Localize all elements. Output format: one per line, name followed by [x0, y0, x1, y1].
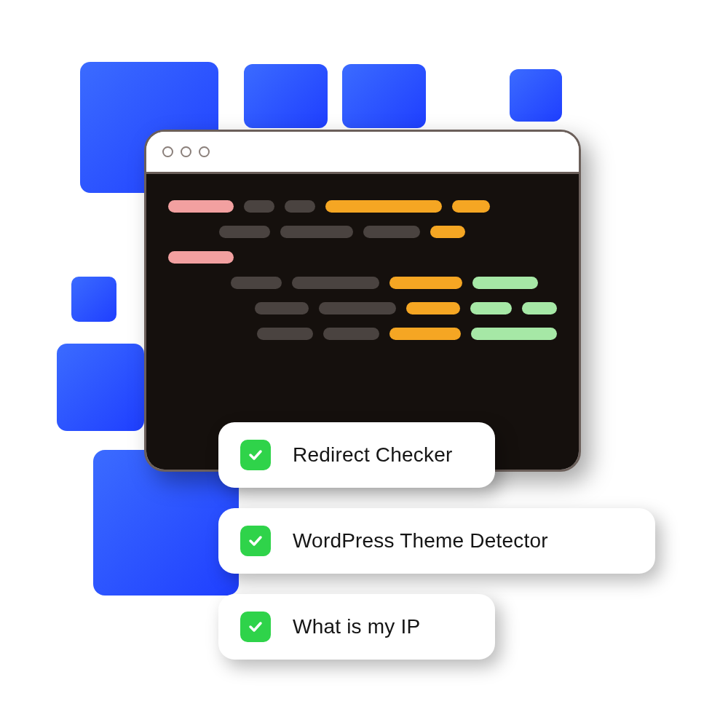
- tool-label: What is my IP: [293, 615, 420, 638]
- tool-chip-what-is-my-ip[interactable]: What is my IP: [218, 594, 495, 660]
- code-line: [168, 302, 557, 314]
- traffic-light-icon: [162, 146, 173, 157]
- code-line: [168, 226, 557, 238]
- decorative-square: [244, 64, 328, 128]
- tool-label: WordPress Theme Detector: [293, 529, 548, 553]
- check-icon: [240, 526, 271, 556]
- check-icon: [240, 612, 271, 642]
- traffic-light-icon: [199, 146, 210, 157]
- decorative-square: [93, 450, 239, 596]
- decorative-square: [57, 344, 144, 431]
- traffic-light-icon: [181, 146, 191, 157]
- tool-chip-wp-theme-detector[interactable]: WordPress Theme Detector: [218, 508, 655, 574]
- code-line: [168, 328, 557, 340]
- check-icon: [240, 440, 271, 470]
- tool-chip-redirect-checker[interactable]: Redirect Checker: [218, 422, 495, 488]
- window-titlebar: [146, 132, 579, 174]
- decorative-square: [510, 69, 562, 122]
- illustration-canvas: Redirect Checker WordPress Theme Detecto…: [0, 0, 728, 728]
- decorative-square: [71, 277, 116, 322]
- code-line: [168, 277, 557, 289]
- tool-label: Redirect Checker: [293, 443, 453, 467]
- code-editor-window: [144, 130, 581, 472]
- tool-list: Redirect Checker WordPress Theme Detecto…: [218, 422, 684, 680]
- decorative-square: [342, 64, 426, 128]
- code-line: [168, 251, 557, 264]
- code-line: [168, 200, 557, 213]
